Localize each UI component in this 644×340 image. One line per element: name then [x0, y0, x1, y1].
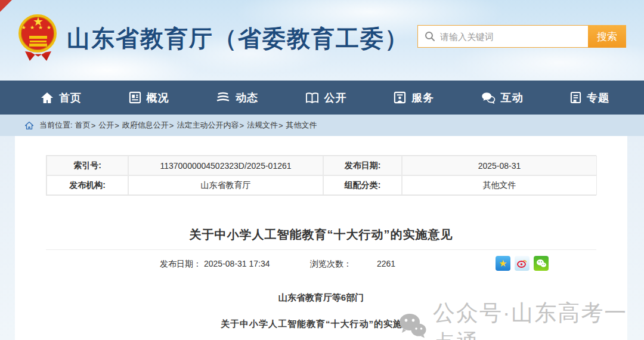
- article-title: 关于中小学人工智能教育“十大行动”的实施意见: [15, 227, 627, 243]
- topics-icon: [570, 91, 581, 104]
- share-buttons: ★: [496, 256, 549, 271]
- service-icon: [394, 91, 406, 104]
- page: ★ ★★★★ 山东省教育厅（省委教育工委） 搜索 首页: [0, 0, 644, 340]
- search-button[interactable]: 搜索: [588, 25, 626, 48]
- views-value: 2261: [377, 259, 395, 268]
- info-value-agency: 山东省教育厅: [128, 175, 323, 195]
- info-value-index: 11370000004502323D/2025-01261: [128, 156, 323, 175]
- nav-item-home[interactable]: 首页: [41, 91, 82, 105]
- article-body-issuer: 山东省教育厅等6部门: [15, 292, 627, 304]
- breadcrumb-item-regulations[interactable]: 法规文件: [247, 120, 278, 131]
- info-label-agency: 发布机构:: [47, 175, 128, 195]
- weibo-share-icon[interactable]: [515, 256, 530, 271]
- breadcrumb-home-icon[interactable]: [25, 122, 33, 129]
- publish-date-value: 2025-08-31 17:34: [204, 259, 270, 268]
- breadcrumb-prefix: 当前位置:: [39, 120, 73, 131]
- emblem-ribbon: [25, 51, 51, 61]
- overview-icon: [129, 91, 141, 104]
- site-header: ★ ★★★★ 山东省教育厅（省委教育工委） 搜索: [0, 0, 644, 81]
- breadcrumb-separator: >: [169, 121, 174, 130]
- views-label: 浏览次数：: [310, 259, 352, 270]
- info-label-publish-date: 发布日期:: [323, 156, 402, 175]
- breadcrumb: 当前位置: 首页 > 公开 > 政府信息公开 > 法定主动公开内容 > 法规文件…: [0, 115, 644, 136]
- publish-date-label: 发布日期：: [160, 259, 202, 270]
- breadcrumb-separator: >: [91, 121, 96, 130]
- site-title: 山东省教育厅（省委教育工委）: [67, 23, 409, 55]
- breadcrumb-item-disclosure[interactable]: 公开: [98, 120, 114, 131]
- main-nav: 首页 概况 动态: [0, 81, 644, 115]
- nav-item-service[interactable]: 服务: [394, 91, 434, 105]
- nav-item-overview[interactable]: 概况: [129, 91, 169, 105]
- wechat-share-icon[interactable]: [534, 256, 549, 271]
- news-icon: [216, 92, 230, 104]
- info-value-publish-date: 2025-08-31: [402, 156, 597, 175]
- document-info-table: 索引号: 11370000004502323D/2025-01261 发布日期:…: [46, 155, 596, 196]
- title-divider: [46, 249, 596, 250]
- info-label-category: 组配分类:: [323, 175, 402, 195]
- home-icon: [41, 92, 54, 104]
- nav-item-interaction[interactable]: 互动: [481, 91, 524, 105]
- article-meta: 发布日期： 2025-08-31 17:34 浏览次数： 2261 ★: [15, 255, 627, 272]
- breadcrumb-separator: >: [239, 121, 244, 130]
- info-label-index: 索引号:: [47, 156, 128, 175]
- search-icon: [425, 31, 435, 42]
- search-input[interactable]: [435, 26, 588, 47]
- breadcrumb-separator: >: [114, 121, 119, 130]
- breadcrumb-item-home[interactable]: 首页: [75, 120, 91, 131]
- search-bar: 搜索: [417, 25, 626, 48]
- nav-item-news[interactable]: 动态: [216, 91, 258, 105]
- disclosure-icon: [305, 92, 319, 104]
- corner-ribbon: [0, 0, 12, 12]
- emblem-gate: [29, 36, 47, 39]
- content-card: 索引号: 11370000004502323D/2025-01261 发布日期:…: [15, 136, 627, 340]
- breadcrumb-item-statutory[interactable]: 法定主动公开内容: [177, 120, 239, 131]
- emblem-small-stars: ★★★★: [17, 25, 60, 30]
- breadcrumb-item-other-docs[interactable]: 其他文件: [286, 120, 317, 131]
- info-value-category: 其他文件: [402, 175, 597, 195]
- nav-item-topics[interactable]: 专题: [570, 91, 609, 105]
- breadcrumb-item-gov-info[interactable]: 政府信息公开: [122, 120, 169, 131]
- breadcrumb-separator: >: [278, 121, 283, 130]
- interaction-icon: [481, 91, 496, 104]
- article-body-title: 关于中小学人工智能教育“十大行动”的实施意见: [15, 319, 627, 330]
- national-emblem: ★ ★★★★: [17, 13, 60, 64]
- nav-item-disclosure[interactable]: 公开: [305, 91, 347, 105]
- qzone-share-icon[interactable]: ★: [496, 256, 510, 271]
